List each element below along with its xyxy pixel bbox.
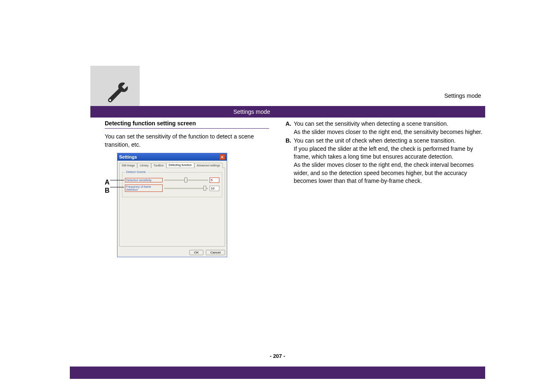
- dialog-titlebar: Settings ×: [117, 153, 227, 161]
- svg-point-0: [109, 99, 111, 101]
- explain-b-text1: You can set the unit of check when detec…: [294, 137, 456, 144]
- fieldset-legend: Detect Scene: [125, 170, 147, 174]
- close-icon[interactable]: ×: [219, 154, 225, 160]
- frame-detection-label: Frequency of frame detection: [125, 184, 163, 192]
- explain-b: B. You can set the unit of check when de…: [286, 137, 485, 185]
- tab-advanced-settings[interactable]: Advanced settings: [194, 163, 223, 168]
- breadcrumb: Settings mode: [444, 92, 481, 99]
- tab-detecting-function[interactable]: Detecting function: [166, 162, 194, 168]
- title-bar: Settings mode: [90, 106, 485, 118]
- header: Settings mode Settings mode: [0, 0, 555, 107]
- explain-b-text3: As the slider moves closer to the right …: [294, 161, 474, 184]
- right-column: A. You can set the sensitivity when dete…: [286, 120, 485, 257]
- explain-b-text2: If you placed the slider at the left end…: [294, 145, 473, 160]
- tab-library[interactable]: Library: [137, 163, 151, 168]
- content: Detecting function setting screen You ca…: [105, 120, 485, 257]
- tab-toolbox[interactable]: ToolBox: [151, 163, 166, 168]
- explain-a: A. You can set the sensitivity when dete…: [286, 120, 485, 136]
- settings-dialog: Settings × Still image Library ToolBox D…: [117, 153, 227, 257]
- frame-detection-slider[interactable]: [164, 188, 208, 189]
- detect-scene-fieldset: Detect Scene Detection sensitivity 5: [122, 172, 222, 197]
- detection-sensitivity-label: Detection sensitivity: [125, 178, 163, 182]
- explain-a-text1: You can set the sensitivity when detecti…: [294, 120, 448, 127]
- callout-line-b: [110, 187, 124, 187]
- callout-b: B: [105, 187, 117, 195]
- explain-list: A. You can set the sensitivity when dete…: [286, 120, 485, 185]
- figure: A B Settings × Still image Library ToolB…: [105, 153, 269, 257]
- page: Settings mode Settings mode Detecting fu…: [0, 0, 555, 392]
- explain-b-body: You can set the unit of check when detec…: [294, 137, 485, 185]
- callout-line-a: [110, 180, 124, 180]
- dialog-tabs: Still image Library ToolBox Detecting fu…: [117, 161, 227, 168]
- detection-sensitivity-row: Detection sensitivity 5: [125, 178, 219, 183]
- explain-b-key: B.: [286, 137, 294, 185]
- left-column: Detecting function setting screen You ca…: [105, 120, 269, 257]
- explain-a-body: You can set the sensitivity when detecti…: [294, 120, 485, 136]
- bottom-bar: [70, 367, 485, 379]
- mode-title: Settings mode: [230, 108, 274, 115]
- section-heading: Detecting function setting screen: [105, 120, 269, 129]
- callout-a: A: [105, 178, 117, 187]
- ok-button[interactable]: OK: [189, 250, 203, 255]
- dialog-title-text: Settings: [119, 154, 137, 159]
- intro-text: You can set the sensitivity of the funct…: [105, 133, 269, 149]
- frame-detection-value[interactable]: 10: [210, 186, 219, 191]
- dialog-body: Detect Scene Detection sensitivity 5: [119, 168, 225, 247]
- dialog-footer: OK Cancel: [117, 248, 227, 257]
- explain-a-key: A.: [286, 120, 294, 136]
- callout-labels: A B: [105, 153, 117, 195]
- explain-a-text2: As the slider moves closer to the right …: [294, 129, 482, 135]
- wrench-icon: [105, 80, 129, 105]
- detection-sensitivity-value[interactable]: 5: [210, 178, 219, 183]
- frame-detection-row: Frequency of frame detection 10: [125, 184, 219, 192]
- tab-still-image[interactable]: Still image: [119, 163, 137, 168]
- cancel-button[interactable]: Cancel: [206, 250, 225, 255]
- page-number: - 207 -: [0, 353, 555, 359]
- detection-sensitivity-slider[interactable]: [164, 180, 208, 181]
